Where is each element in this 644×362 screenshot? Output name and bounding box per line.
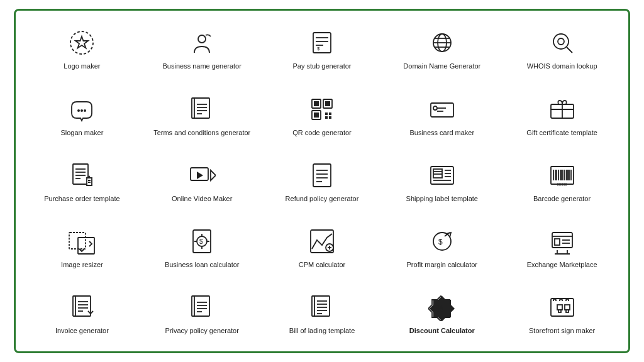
tool-item-refund-policy-generator[interactable]: Refund policy generator bbox=[262, 148, 382, 214]
tool-item-logo-maker[interactable]: Logo maker bbox=[22, 16, 142, 82]
svg-marker-49 bbox=[197, 172, 203, 179]
whois-domain-lookup-icon bbox=[546, 26, 579, 59]
svg-marker-48 bbox=[211, 170, 216, 180]
svg-rect-118 bbox=[566, 310, 569, 312]
svg-text:$: $ bbox=[199, 238, 203, 245]
tool-item-purchase-order-template[interactable]: Purchase order template bbox=[22, 148, 142, 214]
svg-point-18 bbox=[84, 109, 86, 112]
invoice-generator-icon bbox=[65, 291, 98, 324]
tool-item-qr-code-generator[interactable]: QR code generator bbox=[262, 82, 382, 148]
tool-item-business-loan-calculator[interactable]: $ Business loan calculator bbox=[142, 214, 262, 280]
slogan-maker-label: Slogan maker bbox=[60, 128, 103, 137]
shipping-label-template-icon bbox=[426, 159, 458, 192]
svg-line-14 bbox=[567, 47, 572, 53]
svg-point-17 bbox=[80, 109, 83, 112]
bill-of-lading-template-label: Bill of lading template bbox=[289, 326, 355, 335]
business-loan-calculator-label: Business loan calculator bbox=[165, 260, 240, 269]
tool-item-storefront-sign-maker[interactable]: Storefront sign maker bbox=[502, 280, 622, 346]
barcode-generator-icon: |||||||||| bbox=[546, 159, 579, 192]
terms-conditions-generator-label: Terms and conditions generator bbox=[153, 128, 250, 137]
main-container: Logo maker Business name generator $ Pay… bbox=[14, 9, 630, 353]
pay-stub-generator-icon: $ bbox=[306, 26, 338, 59]
qr-code-generator-icon bbox=[306, 93, 338, 126]
tool-item-pay-stub-generator[interactable]: $ Pay stub generator bbox=[262, 16, 382, 82]
business-card-maker-icon bbox=[426, 93, 458, 126]
business-name-generator-icon bbox=[186, 26, 218, 59]
logo-maker-label: Logo maker bbox=[64, 62, 100, 70]
purchase-order-template-label: Purchase order template bbox=[44, 194, 119, 203]
domain-name-generator-icon bbox=[426, 26, 458, 59]
svg-rect-31 bbox=[325, 112, 328, 115]
svg-rect-42 bbox=[73, 164, 88, 184]
svg-rect-38 bbox=[433, 106, 437, 110]
tool-item-whois-domain-lookup[interactable]: WHOIS domain lookup bbox=[502, 16, 622, 82]
profit-margin-calculator-icon: $ bbox=[426, 225, 458, 258]
barcode-generator-label: Barcode generator bbox=[533, 194, 591, 203]
svg-rect-34 bbox=[329, 116, 331, 119]
tool-item-business-card-maker[interactable]: Business card maker bbox=[382, 82, 502, 148]
svg-rect-117 bbox=[558, 310, 561, 312]
svg-text:||||||||||: |||||||||| bbox=[557, 182, 567, 186]
cpm-calculator-icon bbox=[306, 225, 338, 258]
tool-item-terms-conditions-generator[interactable]: Terms and conditions generator bbox=[142, 82, 262, 148]
tool-item-domain-name-generator[interactable]: Domain Name Generator bbox=[382, 16, 502, 82]
image-resizer-label: Image resizer bbox=[61, 260, 103, 269]
tool-item-bill-of-lading-template[interactable]: Bill of lading template bbox=[262, 280, 382, 346]
qr-code-generator-label: QR code generator bbox=[292, 128, 352, 137]
online-video-maker-label: Online Video Maker bbox=[172, 194, 232, 203]
logo-maker-icon bbox=[65, 26, 98, 59]
svg-rect-101 bbox=[194, 296, 209, 316]
svg-rect-20 bbox=[194, 98, 209, 118]
shipping-label-template-label: Shipping label template bbox=[406, 194, 478, 203]
tool-item-exchange-marketplace[interactable]: Exchange Marketplace bbox=[502, 214, 622, 280]
discount-calculator-icon: % bbox=[426, 291, 458, 324]
exchange-marketplace-icon bbox=[546, 225, 579, 258]
storefront-sign-maker-icon bbox=[546, 291, 579, 324]
svg-rect-63 bbox=[551, 167, 574, 184]
svg-rect-116 bbox=[565, 305, 570, 310]
svg-rect-78 bbox=[78, 238, 94, 254]
svg-rect-77 bbox=[69, 233, 86, 249]
svg-rect-3 bbox=[313, 33, 331, 53]
svg-rect-91 bbox=[555, 239, 560, 245]
tool-item-cpm-calculator[interactable]: CPM calculator bbox=[262, 214, 382, 280]
tool-item-shipping-label-template[interactable]: Shipping label template bbox=[382, 148, 502, 214]
domain-name-generator-label: Domain Name Generator bbox=[403, 62, 480, 70]
tool-item-barcode-generator[interactable]: |||||||||| Barcode generator bbox=[502, 148, 622, 214]
tool-item-image-resizer[interactable]: Image resizer bbox=[22, 214, 142, 280]
svg-rect-29 bbox=[325, 101, 330, 106]
bill-of-lading-template-icon bbox=[306, 291, 338, 324]
svg-rect-33 bbox=[325, 116, 328, 119]
svg-rect-56 bbox=[433, 169, 442, 178]
business-loan-calculator-icon: $ bbox=[186, 225, 218, 258]
gift-certificate-template-label: Gift certificate template bbox=[526, 128, 597, 137]
svg-rect-95 bbox=[75, 296, 91, 316]
tool-item-profit-margin-calculator[interactable]: $ Profit margin calculator bbox=[382, 214, 502, 280]
terms-conditions-generator-icon bbox=[186, 93, 218, 126]
tool-item-business-name-generator[interactable]: Business name generator bbox=[142, 16, 262, 82]
tool-item-discount-calculator[interactable]: % Discount Calculator bbox=[382, 280, 502, 346]
svg-marker-1 bbox=[75, 36, 88, 48]
tool-item-gift-certificate-template[interactable]: Gift certificate template bbox=[502, 82, 622, 148]
purchase-order-template-icon bbox=[65, 159, 98, 192]
gift-certificate-template-icon bbox=[546, 93, 579, 126]
business-name-generator-label: Business name generator bbox=[163, 62, 242, 70]
discount-calculator-label: Discount Calculator bbox=[409, 326, 475, 335]
whois-domain-lookup-label: WHOIS domain lookup bbox=[527, 62, 597, 70]
tool-item-invoice-generator[interactable]: Invoice generator bbox=[22, 280, 142, 346]
business-card-maker-label: Business card maker bbox=[409, 128, 474, 137]
refund-policy-generator-label: Refund policy generator bbox=[286, 194, 359, 203]
image-resizer-icon bbox=[65, 225, 98, 258]
tool-item-privacy-policy-generator[interactable]: Privacy policy generator bbox=[142, 280, 262, 346]
invoice-generator-label: Invoice generator bbox=[55, 326, 109, 335]
svg-point-15 bbox=[558, 38, 564, 45]
refund-policy-generator-icon bbox=[306, 159, 338, 192]
privacy-policy-generator-label: Privacy policy generator bbox=[165, 326, 239, 335]
svg-text:%: % bbox=[436, 304, 443, 314]
cpm-calculator-label: CPM calculator bbox=[299, 260, 346, 269]
svg-text:$: $ bbox=[317, 46, 320, 52]
tool-item-slogan-maker[interactable]: Slogan maker bbox=[22, 82, 142, 148]
online-video-maker-icon bbox=[186, 159, 218, 192]
profit-margin-calculator-label: Profit margin calculator bbox=[407, 260, 478, 269]
tool-item-online-video-maker[interactable]: Online Video Maker bbox=[142, 148, 262, 214]
